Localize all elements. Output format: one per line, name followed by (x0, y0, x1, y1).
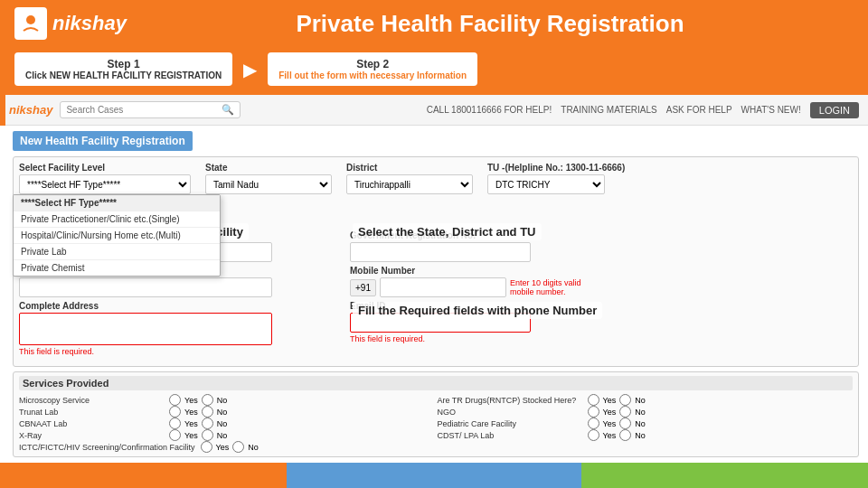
service-xray: X-Ray (19, 431, 164, 440)
tu-select[interactable]: DTC TRICHY (487, 174, 605, 194)
service-pediatric: Pediatric Care Facility (438, 419, 582, 428)
step2-label: Step 2 (278, 58, 467, 70)
microscopy-yes[interactable] (169, 394, 181, 406)
trunat-yes[interactable] (169, 406, 181, 418)
service-trunat: Trunat Lab (19, 408, 164, 417)
login-button[interactable]: LOGIN (810, 102, 859, 118)
step2-box: Step 2 Fill out the form with necessary … (268, 52, 477, 86)
trdrugs-no[interactable] (619, 394, 631, 406)
radio-pediatric: Yes No (588, 418, 646, 429)
mobile-label: Mobile Number (350, 266, 853, 276)
dropdown-item-4[interactable]: Private Chemist (14, 260, 220, 276)
step1-text: Click NEW HEALTH FACILITY REGISTRATION (25, 70, 222, 80)
radio-trunat: Yes No (169, 406, 227, 418)
logo-text: nikshay (52, 12, 127, 35)
dropdown-item-2[interactable]: Hospital/Clinic/Nursing Home etc.(Multi) (14, 228, 220, 244)
training-materials[interactable]: TRAINING MATERIALS (561, 105, 657, 115)
radio-trdrugs: Yes No (588, 394, 646, 406)
services-section: Services Provided Microscopy Service Yes… (13, 371, 859, 457)
form-section-top: Select Facility Level ****Select HF Type… (13, 156, 859, 367)
services-left: Microscopy Service Yes No Trunat Lab Yes… (19, 394, 435, 453)
step-arrow: ▶ (243, 59, 257, 80)
designation-input[interactable] (19, 277, 272, 297)
search-input[interactable] (66, 105, 222, 115)
xray-yes[interactable] (169, 429, 181, 441)
svg-point-0 (26, 15, 35, 24)
district-label: District (346, 163, 482, 173)
gov-reg-input[interactable] (350, 242, 531, 262)
top-form-row: Select Facility Level ****Select HF Type… (19, 163, 853, 194)
cdst-yes[interactable] (588, 429, 599, 441)
services-title: Services Provided (19, 376, 853, 390)
facility-level-select[interactable]: ****Select HF Type***** Private Practice… (19, 174, 191, 194)
services-grid: Microscopy Service Yes No Trunat Lab Yes… (19, 394, 853, 453)
state-group: State Tamil Nadu (205, 163, 341, 194)
address-group: Complete Address This field is required. (19, 301, 344, 356)
step1-label: Step 1 (25, 58, 222, 70)
district-select[interactable]: Tiruchirappalli (346, 174, 473, 194)
cbnaat-yes[interactable] (169, 418, 181, 429)
service-row-cbnaat: CBNAAT Lab Yes No (19, 418, 435, 429)
service-row-xray: X-Ray Yes No (19, 429, 435, 441)
service-ictc: ICTC/FICTC/HIV Screening/Confirmation Fa… (19, 443, 195, 452)
ictc-no[interactable] (232, 441, 244, 453)
dropdown-item-3[interactable]: Private Lab (14, 244, 220, 260)
address-error: This field is required. (19, 347, 344, 356)
dropdown-header: ****Select HF Type***** (14, 195, 220, 211)
ask-for-help[interactable]: ASK FOR HELP (666, 105, 732, 115)
radio-microscopy: Yes No (169, 394, 227, 406)
xray-no[interactable] (202, 429, 213, 441)
whats-new[interactable]: WHAT'S NEW! (741, 105, 801, 115)
mobile-input[interactable] (380, 277, 506, 297)
services-right: Are TR Drugs(RNTCP) Stocked Here? Yes No… (438, 394, 854, 453)
service-row-pediatric: Pediatric Care Facility Yes No (438, 418, 854, 429)
ngo-yes[interactable] (588, 406, 599, 418)
bottom-left (0, 463, 287, 488)
step2-text: Fill out the form with necessary Informa… (278, 70, 467, 80)
pediatric-yes[interactable] (588, 418, 599, 429)
facility-level-label: Select Facility Level (19, 163, 200, 173)
main-content: New Health Facility Registration Select … (0, 126, 868, 488)
service-row-ictc: ICTC/FICTC/HIV Screening/Confirmation Fa… (19, 441, 435, 453)
address-input[interactable] (19, 313, 272, 345)
annotation-select-state: Select the State, District and TU (353, 223, 542, 240)
state-label: State (205, 163, 341, 173)
step1-box: Step 1 Click NEW HEALTH FACILITY REGISTR… (14, 52, 232, 86)
service-cbnaat: CBNAAT Lab (19, 419, 164, 428)
bottom-mid (287, 463, 581, 488)
service-row-microscopy: Microscopy Service Yes No (19, 394, 435, 406)
nav-right: CALL 1800116666 FOR HELP! TRAINING MATER… (427, 102, 859, 118)
page-title: Private Health Facility Registration (127, 10, 854, 38)
nav-logo: nikshay (9, 103, 52, 117)
ictc-yes[interactable] (201, 441, 212, 453)
search-box[interactable]: 🔍 (60, 101, 241, 118)
cbnaat-no[interactable] (202, 418, 213, 429)
district-group: District Tiruchirappalli (346, 163, 482, 194)
nav-bar: nikshay 🔍 CALL 1800116666 FOR HELP! TRAI… (0, 95, 868, 126)
mobile-error: Enter 10 digits valid mobile number. (510, 278, 600, 296)
steps-bar: Step 1 Click NEW HEALTH FACILITY REGISTR… (0, 47, 868, 95)
header: nikshay Private Health Facility Registra… (0, 0, 868, 47)
service-microscopy: Microscopy Service (19, 396, 164, 405)
facility-level-group: Select Facility Level ****Select HF Type… (19, 163, 200, 194)
annotation-fill-phone: Fill the Required fields with phone Numb… (353, 302, 602, 319)
bottom-bar (0, 463, 868, 488)
radio-ictc: Yes No (201, 441, 259, 453)
email-error: This field is required. (350, 334, 853, 343)
radio-ngo: Yes No (588, 406, 646, 418)
trdrugs-yes[interactable] (588, 394, 599, 406)
cdst-no[interactable] (619, 429, 631, 441)
trunat-no[interactable] (202, 406, 213, 418)
state-select[interactable]: Tamil Nadu (205, 174, 332, 194)
service-trdrugs: Are TR Drugs(RNTCP) Stocked Here? (438, 396, 582, 405)
dropdown-item-1[interactable]: Private Practicetioner/Clinic etc.(Singl… (14, 211, 220, 228)
radio-cbnaat: Yes No (169, 418, 227, 429)
facility-dropdown[interactable]: ****Select HF Type***** Private Practice… (13, 194, 221, 277)
form-title: New Health Facility Registration (13, 131, 193, 151)
pediatric-no[interactable] (619, 418, 631, 429)
search-icon[interactable]: 🔍 (222, 104, 234, 116)
mobile-group: Mobile Number +91 Enter 10 digits valid … (350, 266, 853, 297)
logo-area: nikshay (14, 7, 127, 40)
microscopy-no[interactable] (202, 394, 213, 406)
ngo-no[interactable] (619, 406, 631, 418)
